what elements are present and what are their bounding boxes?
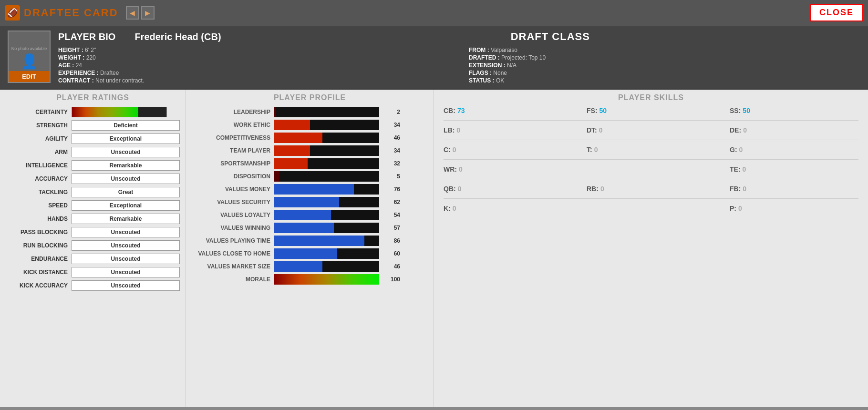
profile-bar-fill-6 bbox=[274, 184, 354, 195]
skill-label-5-2: P: bbox=[730, 205, 736, 212]
profile-bar-7 bbox=[274, 197, 379, 207]
rv-kick-accuracy: Unscouted bbox=[72, 280, 180, 291]
skill-item-4-2: FB:0 bbox=[730, 185, 858, 193]
edit-button[interactable]: EDIT bbox=[9, 71, 50, 82]
profile-bar-0 bbox=[274, 107, 379, 117]
profile-row-6: VALUES MONEY76 bbox=[192, 184, 428, 195]
profile-value-13: 100 bbox=[383, 276, 400, 283]
skill-value-2-0: 0 bbox=[453, 146, 456, 154]
close-button[interactable]: CLOSE bbox=[810, 4, 863, 21]
rating-label-certainty: CERTAINTY bbox=[6, 109, 68, 115]
bio-extension: EXTENSION : N/A bbox=[469, 62, 860, 69]
profile-bar-fill-12 bbox=[274, 261, 322, 272]
skill-value-0-2: 50 bbox=[743, 107, 750, 114]
skill-value-4-1: 0 bbox=[600, 185, 604, 193]
skill-label-2-1: T: bbox=[587, 146, 592, 154]
profile-row-13: MORALE100 bbox=[192, 274, 428, 285]
skill-label-3-2: TE: bbox=[730, 165, 741, 173]
profile-bar-6 bbox=[274, 184, 379, 195]
profile-bar-13 bbox=[274, 274, 379, 285]
profile-title: PLAYER PROFILE bbox=[192, 93, 428, 102]
profile-bar-10 bbox=[274, 236, 379, 246]
profile-row-5: DISPOSITION5 bbox=[192, 171, 428, 182]
certainty-gradient bbox=[72, 107, 138, 117]
ratings-section: PLAYER RATINGS CERTAINTY STRENGTH Defici… bbox=[0, 90, 186, 407]
skills-title: PLAYER SKILLS bbox=[444, 93, 858, 102]
rv-strength: Deficient bbox=[72, 120, 180, 131]
bio-details: HEIGHT : 6' 2" FROM : Valparaiso WEIGHT … bbox=[58, 47, 860, 84]
photo-placeholder: No photo available bbox=[10, 44, 49, 53]
profile-value-7: 62 bbox=[383, 199, 400, 205]
skill-divider-4 bbox=[444, 179, 858, 179]
skill-label-1-2: DE: bbox=[730, 126, 741, 134]
profile-row-1: WORK ETHIC34 bbox=[192, 120, 428, 130]
rating-row-kick-distance: KICK DISTANCE Unscouted bbox=[6, 267, 180, 277]
profile-bar-fill-13 bbox=[274, 274, 379, 285]
nav-arrows: ◀ ▶ bbox=[126, 6, 155, 20]
skill-item-2-2: G:0 bbox=[730, 146, 858, 154]
profile-row-11: VALUES CLOSE TO HOME60 bbox=[192, 248, 428, 259]
rating-row-kick-accuracy: KICK ACCURACY Unscouted bbox=[6, 280, 180, 291]
skill-divider-2 bbox=[444, 140, 858, 140]
skill-value-2-2: 0 bbox=[739, 146, 743, 154]
bio-name-row: PLAYER BIO Frederic Head (CB) DRAFT CLAS… bbox=[58, 31, 860, 43]
profile-bar-3 bbox=[274, 145, 379, 156]
bio-info: PLAYER BIO Frederic Head (CB) DRAFT CLAS… bbox=[58, 31, 860, 84]
rl-tackling: TACKLING bbox=[6, 189, 68, 195]
rl-kick-accuracy: KICK ACCURACY bbox=[6, 282, 68, 289]
skill-value-0-1: 50 bbox=[599, 107, 607, 114]
ratings-title: PLAYER RATINGS bbox=[6, 93, 180, 102]
profile-bar-1 bbox=[274, 120, 379, 130]
profile-label-3: TEAM PLAYER bbox=[192, 147, 270, 154]
draft-class-title: DRAFT CLASS bbox=[240, 31, 860, 43]
profile-row-8: VALUES LOYALTY54 bbox=[192, 210, 428, 220]
profile-label-1: WORK ETHIC bbox=[192, 122, 270, 128]
rating-row-tackling: TACKLING Great bbox=[6, 187, 180, 197]
rl-pass-blocking: PASS BLOCKING bbox=[6, 229, 68, 236]
rv-hands: Remarkable bbox=[72, 214, 180, 224]
skill-value-1-2: 0 bbox=[743, 126, 747, 134]
profile-label-9: VALUES WINNING bbox=[192, 225, 270, 231]
rating-row-certainty: CERTAINTY bbox=[6, 107, 180, 117]
profile-value-9: 57 bbox=[383, 225, 400, 231]
skill-value-3-0: 0 bbox=[459, 165, 463, 173]
skill-label-0-2: SS: bbox=[730, 107, 741, 114]
skill-value-5-2: 0 bbox=[738, 205, 742, 212]
rating-row-pass-blocking: PASS BLOCKING Unscouted bbox=[6, 227, 180, 237]
profile-value-11: 60 bbox=[383, 250, 400, 257]
profile-bar-fill-10 bbox=[274, 236, 364, 246]
skill-label-4-0: QB: bbox=[444, 185, 456, 193]
bio-weight: WEIGHT : 220 bbox=[58, 54, 450, 61]
skill-label-3-0: WR: bbox=[444, 165, 457, 173]
rating-row-agility: AGILITY Exceptional bbox=[6, 133, 180, 144]
rl-accuracy: ACCURACY bbox=[6, 175, 68, 182]
skill-item-1-1: DT:0 bbox=[587, 126, 715, 134]
skill-item-2-0: C:0 bbox=[444, 146, 572, 154]
skill-item-2-1: T:0 bbox=[587, 146, 715, 154]
skill-label-4-1: RB: bbox=[587, 185, 599, 193]
profile-label-4: SPORTSMANSHIP bbox=[192, 160, 270, 167]
skill-label-2-2: G: bbox=[730, 146, 737, 154]
profile-value-5: 5 bbox=[383, 173, 400, 180]
skill-item-3-1 bbox=[587, 165, 715, 173]
rv-arm: Unscouted bbox=[72, 147, 180, 157]
prev-arrow[interactable]: ◀ bbox=[126, 6, 139, 20]
rl-hands: HANDS bbox=[6, 215, 68, 222]
profile-row-4: SPORTSMANSHIP32 bbox=[192, 158, 428, 169]
app-logo: 🏈 bbox=[5, 5, 20, 20]
bio-height: HEIGHT : 6' 2" bbox=[58, 47, 450, 53]
rating-row-hands: HANDS Remarkable bbox=[6, 214, 180, 224]
rv-kick-distance: Unscouted bbox=[72, 267, 180, 277]
skill-label-0-1: FS: bbox=[587, 107, 598, 114]
next-arrow[interactable]: ▶ bbox=[141, 6, 155, 20]
profile-label-2: COMPETITIVENESS bbox=[192, 134, 270, 141]
app-title-text: DRAFTEE CARD bbox=[24, 7, 118, 19]
bio-status: STATUS : OK bbox=[469, 77, 860, 84]
profile-bar-9 bbox=[274, 223, 379, 233]
rating-row-intelligence: INTELLIGENCE Remarkable bbox=[6, 160, 180, 171]
profile-bar-4 bbox=[274, 158, 379, 169]
bio-section-title: PLAYER BIO bbox=[58, 31, 115, 42]
profile-row-3: TEAM PLAYER34 bbox=[192, 145, 428, 156]
bio-flags: FLAGS : None bbox=[469, 70, 860, 76]
profile-value-4: 32 bbox=[383, 160, 400, 167]
